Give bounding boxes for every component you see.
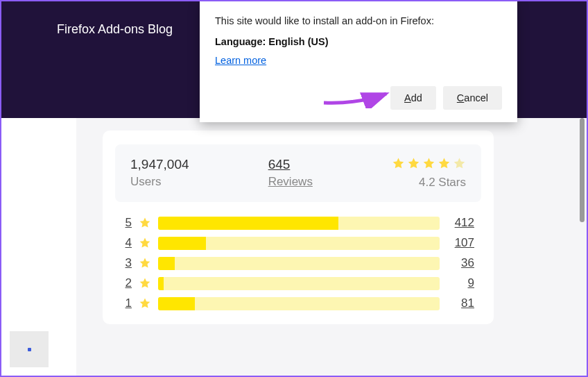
star-icon bbox=[139, 277, 151, 290]
ratings-card: 1,947,004 Users 645 Reviews 4.2 Stars 5 … bbox=[103, 131, 494, 324]
rating-row-3[interactable]: 3 36 bbox=[122, 256, 474, 270]
loader-dot-icon bbox=[28, 348, 31, 351]
rating-row-5[interactable]: 5 412 bbox=[122, 216, 474, 230]
star-icon bbox=[453, 157, 466, 170]
star-icon bbox=[139, 297, 151, 310]
rating-count[interactable]: 36 bbox=[447, 256, 474, 270]
star-icon bbox=[422, 157, 435, 170]
content-area: 1,947,004 Users 645 Reviews 4.2 Stars 5 … bbox=[1, 118, 587, 376]
add-button[interactable]: Add bbox=[390, 86, 436, 110]
reviews-stat[interactable]: 645 Reviews bbox=[268, 157, 313, 189]
cancel-button-rest: ancel bbox=[464, 92, 488, 103]
star-icon bbox=[438, 157, 451, 170]
summary-row: 1,947,004 Users 645 Reviews 4.2 Stars bbox=[115, 144, 481, 202]
cancel-button[interactable]: Cancel bbox=[443, 86, 502, 110]
rating-bar-fill bbox=[158, 257, 175, 270]
rating-level[interactable]: 1 bbox=[122, 296, 132, 310]
cancel-button-mnemonic: C bbox=[457, 92, 464, 103]
rating-bar-fill bbox=[158, 297, 195, 310]
rating-level[interactable]: 3 bbox=[122, 256, 132, 270]
rating-count[interactable]: 107 bbox=[447, 236, 474, 250]
rating-level[interactable]: 5 bbox=[122, 216, 132, 230]
star-icon bbox=[139, 257, 151, 269]
rating-count[interactable]: 81 bbox=[447, 296, 474, 310]
blog-title[interactable]: Firefox Add-ons Blog bbox=[57, 22, 173, 37]
star-icon bbox=[407, 157, 420, 170]
rating-bar-fill bbox=[158, 277, 164, 290]
rating-bar-track bbox=[158, 217, 440, 230]
users-stat: 1,947,004 Users bbox=[130, 157, 189, 189]
reviews-count[interactable]: 645 bbox=[268, 157, 313, 172]
stars-label: 4.2 Stars bbox=[419, 176, 466, 190]
rating-level[interactable]: 2 bbox=[122, 276, 132, 290]
rating-bar-track bbox=[158, 257, 440, 270]
rating-breakdown: 5 412 4 107 3 36 2 bbox=[122, 216, 474, 310]
star-icon bbox=[139, 237, 151, 249]
scrollbar-thumb[interactable] bbox=[580, 118, 585, 222]
star-icon bbox=[139, 217, 151, 229]
learn-more-link[interactable]: Learn more bbox=[215, 55, 266, 66]
rating-bar-track bbox=[158, 277, 440, 290]
dialog-message: This site would like to install an add-o… bbox=[215, 15, 502, 26]
dialog-language: Language: English (US) bbox=[215, 36, 502, 47]
rating-bar-fill bbox=[158, 217, 338, 230]
star-icon bbox=[392, 157, 405, 170]
rating-count[interactable]: 9 bbox=[447, 276, 474, 290]
add-button-mnemonic: A bbox=[404, 92, 411, 103]
stars-stat: 4.2 Stars bbox=[392, 157, 466, 190]
users-label: Users bbox=[130, 175, 189, 189]
users-count: 1,947,004 bbox=[130, 157, 189, 172]
stars-row bbox=[392, 157, 466, 170]
rating-bar-fill bbox=[158, 237, 206, 250]
reviews-label[interactable]: Reviews bbox=[268, 175, 313, 189]
rating-bar-track bbox=[158, 297, 440, 310]
rating-row-2[interactable]: 2 9 bbox=[122, 276, 474, 290]
loading-indicator bbox=[10, 331, 49, 367]
rating-row-4[interactable]: 4 107 bbox=[122, 236, 474, 250]
annotation-arrow-icon bbox=[320, 83, 397, 108]
rating-level[interactable]: 4 bbox=[122, 236, 132, 250]
add-button-rest: dd bbox=[411, 92, 422, 103]
rating-row-1[interactable]: 1 81 bbox=[122, 296, 474, 310]
rating-count[interactable]: 412 bbox=[447, 216, 474, 230]
rating-bar-track bbox=[158, 237, 440, 250]
